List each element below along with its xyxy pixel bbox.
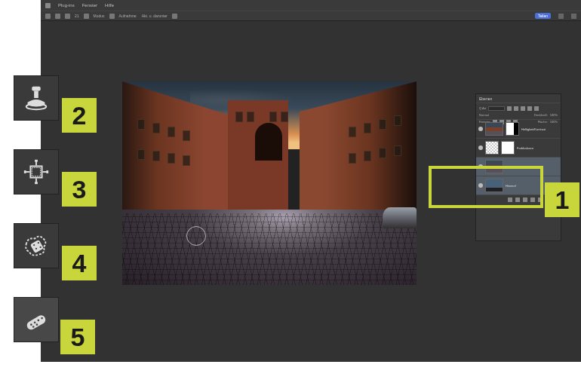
mode-label: Modus xyxy=(94,14,105,18)
callout-1: 1 xyxy=(429,166,579,219)
menu-item-plugins[interactable]: Plug-ins xyxy=(58,3,75,8)
home-icon[interactable] xyxy=(45,14,51,19)
svg-point-17 xyxy=(40,247,42,248)
layer-row[interactable]: Helligkeit/Kontrast xyxy=(476,119,561,138)
svg-point-16 xyxy=(35,248,37,250)
healing-brush-icon xyxy=(22,305,51,334)
svg-point-22 xyxy=(41,317,43,320)
svg-point-20 xyxy=(34,321,36,323)
fill-label: Fläche: xyxy=(538,120,548,124)
svg-point-14 xyxy=(33,244,35,246)
layers-panel-controls: Q Art Normal Deckkraft: 100% Fixieren: xyxy=(476,103,561,119)
clone-stamp-tool-tile xyxy=(14,75,59,121)
callout-5: 5 xyxy=(14,297,74,357)
callout-5-number: 5 xyxy=(60,320,95,354)
callout-2: 2 xyxy=(14,75,74,136)
sample-value[interactable]: Akt. u. darunter xyxy=(142,14,168,18)
sample-label: Aufnahme: xyxy=(119,14,137,18)
healing-brush-tool-tile xyxy=(14,297,59,342)
callout-4: 4 xyxy=(14,223,74,283)
brush-settings-icon[interactable] xyxy=(84,14,89,19)
filter-adjust-icon[interactable] xyxy=(514,106,518,111)
opacity-label: Deckkraft: xyxy=(534,113,548,117)
layer-row[interactable]: Farbbalance xyxy=(476,138,561,157)
visibility-toggle[interactable] xyxy=(478,145,483,150)
svg-rect-13 xyxy=(30,240,44,253)
workspace-icon[interactable] xyxy=(571,14,576,19)
callout-3-number: 3 xyxy=(62,172,97,207)
blend-mode[interactable]: Normal xyxy=(479,113,489,117)
layer-thumbnail[interactable] xyxy=(485,122,503,136)
svg-rect-9 xyxy=(35,160,38,162)
tutorial-figure: Plug-ins Fenster Hilfe 21 Modus Aufnahme… xyxy=(0,0,581,392)
document-image xyxy=(122,81,417,285)
content-aware-icon xyxy=(22,158,51,186)
layer-name[interactable]: Helligkeit/Kontrast xyxy=(521,127,546,131)
callout-4-number: 4 xyxy=(62,246,97,280)
visibility-toggle[interactable] xyxy=(478,127,483,131)
brush-preview-icon[interactable] xyxy=(65,14,70,19)
svg-rect-0 xyxy=(32,87,40,91)
svg-point-24 xyxy=(36,323,38,326)
car-object xyxy=(383,207,417,228)
brush-cursor xyxy=(186,226,206,246)
layer-name[interactable]: Farbbalance xyxy=(517,146,533,150)
layers-panel-title: Ebenen xyxy=(479,96,492,101)
layer-thumbnail[interactable] xyxy=(485,141,499,155)
clone-stamp-icon xyxy=(22,84,51,112)
filter-text-icon[interactable] xyxy=(521,106,525,111)
options-bar: 21 Modus Aufnahme: Akt. u. darunter Teil… xyxy=(41,11,581,21)
patch-tool-tile xyxy=(14,223,59,268)
layer-mask-thumbnail[interactable] xyxy=(501,141,515,155)
svg-point-19 xyxy=(30,323,32,326)
menu-bar: Plug-ins Fenster Hilfe xyxy=(41,0,581,11)
content-aware-tool-tile xyxy=(14,149,59,194)
svg-rect-10 xyxy=(35,182,38,184)
mode-dropdown[interactable] xyxy=(109,14,115,19)
filter-pixel-icon[interactable] xyxy=(507,106,512,111)
search-icon[interactable] xyxy=(558,14,564,19)
share-button[interactable]: Teilen xyxy=(535,13,551,19)
svg-rect-18 xyxy=(26,314,48,331)
svg-rect-1 xyxy=(34,91,38,99)
brush-size-value: 21 xyxy=(75,14,79,18)
callout-1-number: 1 xyxy=(545,182,579,217)
callout-3: 3 xyxy=(14,149,74,210)
svg-point-23 xyxy=(32,326,35,328)
filter-type-dropdown[interactable] xyxy=(488,106,505,111)
tool-preset-icon[interactable] xyxy=(55,14,60,19)
callout-2-number: 2 xyxy=(62,98,97,133)
menu-item-window[interactable]: Fenster xyxy=(82,3,97,8)
align-icon[interactable] xyxy=(172,14,177,19)
svg-rect-4 xyxy=(32,167,40,176)
filter-shape-icon[interactable] xyxy=(527,106,532,111)
svg-rect-11 xyxy=(24,170,26,173)
layer-mask-thumbnail[interactable] xyxy=(506,122,519,136)
filter-smart-icon[interactable] xyxy=(534,106,539,111)
patch-tool-icon xyxy=(22,231,51,260)
svg-rect-12 xyxy=(46,170,48,173)
callout-1-highlight xyxy=(429,166,543,208)
fill-value[interactable]: 100% xyxy=(550,120,558,124)
opacity-value[interactable]: 100% xyxy=(550,113,558,117)
svg-point-21 xyxy=(38,320,40,322)
canvas[interactable] xyxy=(122,81,417,285)
app-icon xyxy=(45,3,51,8)
svg-point-15 xyxy=(38,242,39,243)
layer-filter-label: Q Art xyxy=(479,106,486,110)
menu-item-help[interactable]: Hilfe xyxy=(105,3,114,8)
